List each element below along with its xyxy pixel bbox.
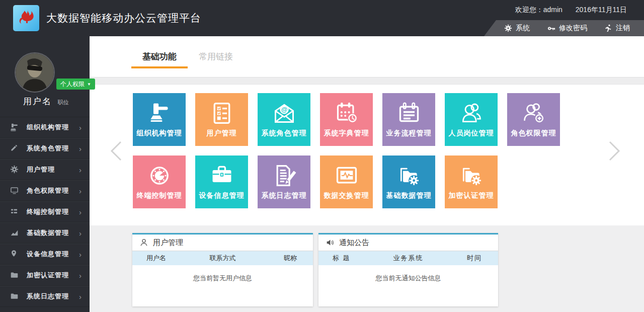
- page-title: 大数据智能移动办公云管理平台: [46, 0, 201, 36]
- panel-title-text: 用户管理: [153, 238, 183, 248]
- system-button[interactable]: 系统: [504, 24, 530, 33]
- key-icon: [547, 24, 555, 33]
- speaker-icon: [326, 238, 335, 247]
- gear-icon: [10, 165, 19, 174]
- main-content: 基础功能常用链接 组织机构管理用户管理@系统角色管理系统字典管理业务流程管理人员…: [90, 36, 644, 312]
- tile-data-exchange[interactable]: 数据交换管理: [320, 155, 373, 208]
- grid-icon: [10, 207, 19, 216]
- sidebar-item-org-management[interactable]: 组织机构管理›: [0, 117, 90, 138]
- empty-message: 您当前暂无用户信息: [193, 274, 252, 306]
- logout-button[interactable]: 注销: [604, 24, 630, 33]
- tile-terminal-control[interactable]: 终端控制管理: [133, 155, 186, 208]
- sidebar-item-base-data[interactable]: 基础数据管理›: [0, 222, 90, 244]
- pencil-icon: [10, 144, 19, 153]
- tile-people-plus-icon: [522, 98, 546, 129]
- column-header: 业务系统: [378, 254, 438, 263]
- tile-checklist-icon: [210, 98, 234, 129]
- tabbar: 基础功能常用链接: [90, 36, 644, 77]
- user-name: 用户名: [23, 97, 52, 106]
- tile-mail-at-icon: @: [272, 98, 296, 129]
- sidebar-item-encryption-auth[interactable]: 加密认证管理›: [0, 265, 90, 286]
- tile-device-info[interactable]: 设备信息管理: [195, 155, 248, 208]
- notices-table-header: 标 题业务系统时间: [318, 251, 498, 265]
- tiles-carousel: 组织机构管理用户管理@系统角色管理系统字典管理业务流程管理人员岗位管理角色权限管…: [90, 85, 644, 225]
- sidebar: 个人权限 ▼ 用户名 职位 组织机构管理›系统角色管理›用户管理›角色权限管理›…: [0, 36, 90, 312]
- sidebar-item-label: 组织机构管理: [27, 123, 69, 132]
- users-panel: 用户管理用户名联系方式昵称您当前暂无用户信息: [132, 233, 313, 306]
- sidebar-item-device-info[interactable]: 设备信息管理›: [0, 244, 90, 265]
- sidebar-item-system-role-management[interactable]: 系统角色管理›: [0, 138, 90, 159]
- tab-basic-functions[interactable]: 基础功能: [142, 51, 177, 62]
- username: admin: [543, 6, 562, 14]
- welcome-text: 欢迎您：admin 2016年11月11日: [515, 6, 627, 15]
- tile-calendar-clock-icon: [335, 98, 359, 129]
- tile-business-flow[interactable]: 业务流程管理: [382, 93, 435, 146]
- column-header: 用户名: [132, 254, 193, 263]
- app-logo-icon: [13, 5, 39, 31]
- folder-icon: [10, 292, 19, 301]
- tile-label: 人员岗位管理: [449, 129, 494, 138]
- tile-user-management[interactable]: 用户管理: [195, 93, 248, 146]
- change-password-button[interactable]: 修改密码: [547, 24, 587, 33]
- tile-gauge-icon: [147, 160, 172, 191]
- chevron-right-icon: ›: [79, 272, 82, 279]
- sidebar-item-user-management[interactable]: 用户管理›: [0, 159, 90, 180]
- tile-personnel-post[interactable]: 人员岗位管理: [445, 93, 498, 146]
- tile-system-dict[interactable]: 系统字典管理: [320, 93, 373, 146]
- permission-badge[interactable]: 个人权限 ▼: [56, 79, 95, 90]
- app-root: 大数据智能移动办公云管理平台 欢迎您：admin 2016年11月11日 系统修…: [0, 0, 644, 312]
- carousel-prev-button[interactable]: [108, 140, 125, 162]
- summary-panels: 用户管理用户名联系方式昵称您当前暂无用户信息 通知公告标 题业务系统时间您当前无…: [90, 225, 644, 312]
- tile-monitor-wave-icon: [335, 160, 359, 191]
- tile-label: 设备信息管理: [199, 191, 245, 200]
- sidebar-item-system-log[interactable]: 系统日志管理›: [0, 286, 90, 307]
- carousel-next-button[interactable]: [606, 140, 623, 162]
- sidebar-item-role-permission[interactable]: 角色权限管理›: [0, 180, 90, 201]
- current-date: 2016年11月11日: [576, 6, 627, 14]
- tile-label: 系统日志管理: [262, 191, 307, 200]
- tab-common-links[interactable]: 常用链接: [199, 51, 233, 62]
- chevron-right-icon: ›: [79, 229, 82, 237]
- users-empty-state: 您当前暂无用户信息: [132, 265, 313, 306]
- divider: [90, 77, 644, 85]
- chevron-down-icon: ▼: [87, 82, 91, 87]
- column-header: 标 题: [318, 254, 378, 263]
- welcome-label: 欢迎您：: [515, 6, 543, 14]
- header: 大数据智能移动办公云管理平台 欢迎您：admin 2016年11月11日 系统修…: [0, 0, 644, 36]
- notices-empty-state: 您当前无通知公告信息: [318, 265, 498, 306]
- tile-role-permission[interactable]: 角色权限管理: [507, 93, 560, 146]
- users-table-header: 用户名联系方式昵称: [132, 251, 313, 265]
- tile-system-log[interactable]: 系统日志管理: [258, 155, 310, 208]
- tile-label: 角色权限管理: [511, 129, 556, 138]
- monitor-icon: [10, 186, 19, 195]
- tile-folder-gear-icon: [459, 160, 484, 191]
- tile-doc-pen-icon: [272, 160, 296, 191]
- pin-icon: [10, 250, 19, 259]
- tile-clipboard-icon: [397, 98, 421, 129]
- chevron-right-icon: ›: [79, 293, 82, 300]
- column-header: 时间: [438, 254, 498, 263]
- sidebar-item-terminal-control[interactable]: 终端控制管理›: [0, 201, 90, 222]
- tile-folder-gear-icon: [397, 160, 421, 191]
- gavel-icon: [10, 123, 19, 132]
- chart-icon: [10, 228, 19, 238]
- header-toolbar: 系统修改密码注销: [484, 20, 644, 36]
- notices-panel: 通知公告标 题业务系统时间您当前无通知公告信息: [318, 233, 498, 306]
- chevron-right-icon: ›: [79, 166, 82, 174]
- sidebar-item-label: 系统角色管理: [27, 144, 69, 153]
- tile-label: 系统角色管理: [262, 129, 307, 138]
- column-header: 联系方式: [193, 254, 253, 263]
- logout-button-label: 注销: [616, 24, 630, 33]
- tile-encryption-auth[interactable]: 加密认证管理: [445, 155, 498, 208]
- avatar: [16, 53, 54, 92]
- tile-system-role[interactable]: @系统角色管理: [258, 93, 310, 146]
- chevron-right-icon: ›: [79, 251, 82, 258]
- tile-base-data[interactable]: 基础数据管理: [382, 155, 435, 208]
- sidebar-item-label: 加密认证管理: [27, 271, 69, 280]
- user-title: 职位: [57, 99, 68, 105]
- tile-org-management[interactable]: 组织机构管理: [133, 93, 186, 146]
- column-header: 昵称: [253, 254, 313, 263]
- sidebar-item-label: 基础数据管理: [27, 228, 69, 238]
- svg-text:@: @: [281, 106, 287, 113]
- sidebar-item-label: 角色权限管理: [27, 186, 69, 195]
